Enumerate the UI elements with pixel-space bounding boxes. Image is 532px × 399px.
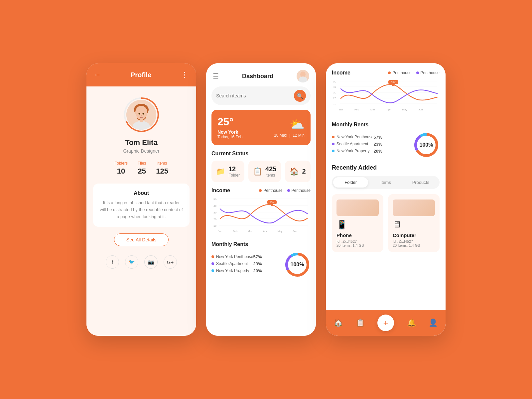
home-nav-icon[interactable]: 🏠 [334,319,343,327]
recent-body: Income Penthouse Penthouse 50 [326,63,446,310]
svg-text:35K: 35K [270,201,275,204]
rent-row-2: Seattle Apartment 23% [211,261,262,266]
status-items: 📋 425 Items [248,161,281,182]
items-grid: 📱 Phone Id : Zxd4527 20 Items, 1.4 GB 🖥 … [332,194,440,252]
about-card: About It is a long established fact that… [93,184,190,227]
folder-icon: 📁 [216,167,225,176]
svg-text:20: 20 [213,218,216,221]
svg-text:Feb: Feb [233,230,237,233]
rent-dot-1 [211,255,214,258]
list-nav-icon[interactable]: 📋 [356,319,365,327]
legend-p2-label: Penthouse [421,70,440,75]
donut-chart-2: 100% [413,132,440,158]
item-thumb-phone [336,200,379,216]
user-avatar[interactable] [297,70,309,82]
item-card-phone[interactable]: 📱 Phone Id : Zxd4527 20 Items, 1.4 GB [332,194,383,252]
rent-label-1: New York Penthouse [211,254,253,259]
rent-dot-2 [211,262,214,265]
item-name-phone: Phone [336,232,379,238]
item-thumb-computer [393,200,435,216]
avatar [126,100,156,130]
about-text: It is a long established fact that a rea… [100,200,183,220]
dot-2-2 [332,143,334,145]
svg-text:Apr: Apr [263,230,267,233]
items-count: 425 [265,165,276,173]
svg-text:20: 20 [333,97,336,100]
donut-chart: 100% [284,251,311,278]
item-name-computer: Computer [393,232,435,238]
back-icon[interactable]: ← [94,70,101,79]
instagram-icon[interactable]: 📷 [144,255,158,269]
temperature: 25° [217,116,242,128]
files-label: Files [138,161,146,166]
legend-label-1: Penthouse [263,188,282,193]
monthly-rents-section-2: Monthly Rents New York Penthouse 57% [332,122,440,158]
item-card-computer[interactable]: 🖥 Computer Id : Zxd4527 20 Items, 1.4 GB [388,194,440,252]
rent-row-2-2: Seattle Apartment 23% [332,142,382,147]
svg-text:Jan: Jan [218,230,222,233]
income-title: Income [211,188,230,194]
twitter-icon[interactable]: 🐦 [125,255,138,269]
profile-nav-icon[interactable]: 👤 [429,319,438,327]
rent-pct-1: 57% [253,254,262,259]
item-meta-computer: 20 Items, 1.4 GB [393,243,435,247]
income-chart-2: 50 40 30 20 10 35K [332,78,440,114]
svg-text:Mar: Mar [248,230,252,233]
phone-device-icon: 📱 [336,219,379,230]
profile-role: Graphic Designer [123,148,160,154]
legend-penthouse-1: Penthouse [259,188,282,193]
dashboard-body: 🔍 25° New York Today, 16 Feb ⛅ 18 Max | … [206,86,316,336]
income-legend: Penthouse Penthouse [259,188,311,193]
legend-penthouse-2: Penthouse [287,188,311,193]
avatar-ring [123,96,160,133]
svg-text:40: 40 [333,85,336,88]
weather-icon: ⛅ [290,118,305,132]
more-options-icon[interactable]: ⋮ [181,70,189,79]
orange-dot-2 [388,71,391,74]
status-folder: 📁 12 Folder [211,161,244,182]
rent-pct-2: 23% [253,261,262,266]
items-value: 125 [156,167,168,176]
monthly-rents-row-2: New York Penthouse 57% Seattle Apartment… [332,132,440,158]
tab-products[interactable]: Products [403,177,438,188]
stats-row: Folders 10 Files 25 Items 125 [93,161,190,176]
svg-point-6 [139,113,140,115]
phone-dashboard: ☰ Dashboard 🔍 25° New York Today, 16 Feb [206,63,316,336]
svg-text:May: May [277,230,282,233]
tabs-row: Folder Items Products [332,176,440,189]
rent-label-2: Seattle Apartment [211,261,248,266]
search-button[interactable]: 🔍 [294,90,306,102]
orange-dot [259,189,262,192]
item-id-computer: Id : Zxd4527 [393,239,435,243]
stat-items: Items 125 [156,161,168,176]
rent-row-2-1: New York Penthouse 57% [332,135,382,140]
svg-text:10: 10 [333,102,336,105]
weather-info: 25° New York Today, 16 Feb [217,116,242,139]
svg-text:Jan: Jan [339,108,343,111]
svg-text:30: 30 [213,211,216,214]
purple-dot [287,189,290,192]
googleplus-icon[interactable]: G+ [164,255,177,269]
rent-label-2-2: Seattle Apartment [332,142,368,146]
dashboard-header: ☰ Dashboard [206,63,316,86]
about-title: About [100,190,183,196]
see-all-button[interactable]: See All Details [114,233,169,246]
add-button[interactable]: + [377,315,394,331]
monthly-rents: Monthly Rents New York Penthouse 57% [211,241,311,278]
tab-folder[interactable]: Folder [333,177,368,188]
facebook-icon[interactable]: f [106,255,119,269]
rent-row-2-3: New York Property 20% [332,149,382,154]
svg-text:50: 50 [333,80,336,83]
item-id-phone: Id : Zxd4527 [336,239,379,243]
hamburger-icon[interactable]: ☰ [213,72,219,80]
items-label: Items [265,173,276,178]
tab-items[interactable]: Items [368,177,403,188]
income-legend-2: Penthouse Penthouse [388,70,440,75]
svg-text:Feb: Feb [354,108,359,111]
recently-added-title: Recently Added [332,164,440,171]
rent-row-3: New York Property 20% [211,268,262,273]
bell-nav-icon[interactable]: 🔔 [407,319,416,327]
search-input[interactable] [216,93,294,98]
weather-card: 25° New York Today, 16 Feb ⛅ 18 Max | 12… [211,110,311,145]
stat-folders: Folders 10 [114,161,128,176]
